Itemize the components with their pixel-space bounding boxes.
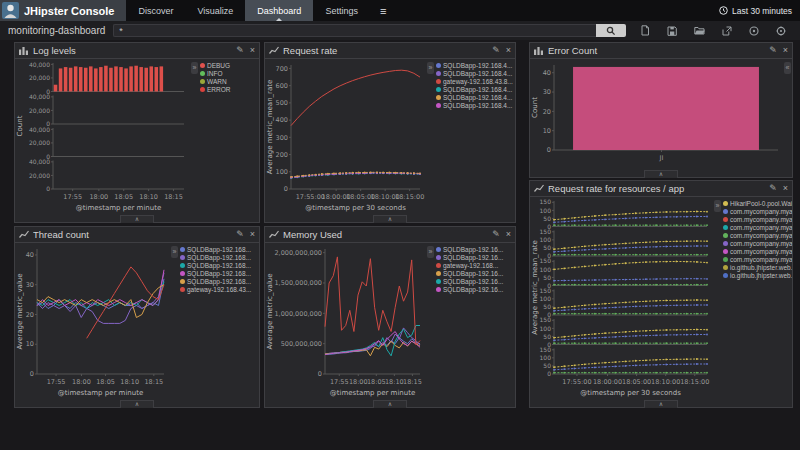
brand[interactable]: JHipster Console <box>0 0 126 21</box>
legend-item[interactable]: DEBUG <box>200 62 258 69</box>
legend-toggle-icon[interactable]: » <box>191 62 198 74</box>
gear-icon[interactable] <box>776 26 786 36</box>
panel-header: Request rate ✎ × <box>265 43 515 59</box>
legend-toggle-icon[interactable]: » <box>427 246 434 258</box>
bar-chart-icon <box>19 46 29 55</box>
close-icon[interactable]: × <box>783 43 788 58</box>
close-icon[interactable]: × <box>250 227 255 242</box>
legend-item[interactable]: SQLDBapp-192.168.4... <box>436 62 514 69</box>
panel-collapse-button[interactable]: ∧ <box>120 400 154 408</box>
request-rate-resources-chart[interactable]: Average metric_mean_rate@timestamp per 3… <box>530 197 713 398</box>
legend-toggle-icon[interactable]: » <box>714 200 721 212</box>
legend-item[interactable]: SQLDBapp-192.168... <box>180 270 258 277</box>
toolbar-icons <box>634 25 792 36</box>
menu-icon[interactable]: ≡ <box>370 0 396 21</box>
legend-item[interactable]: SQLDBapp-192.168.4... <box>436 86 514 93</box>
panel-collapse-button[interactable]: ∧ <box>120 215 154 223</box>
edit-icon[interactable]: ✎ <box>236 227 244 242</box>
legend-item[interactable]: SQLDBapp-192.168... <box>180 262 258 269</box>
panel-title[interactable]: Request rate <box>283 45 488 56</box>
edit-icon[interactable]: ✎ <box>769 43 777 58</box>
legend-label: SQLDBapp-192.168.4... <box>443 62 512 69</box>
nav-item-discover[interactable]: Discover <box>126 0 185 21</box>
nav-item-settings[interactable]: Settings <box>313 0 370 21</box>
legend-item[interactable]: SQLDBapp-192.16... <box>436 254 514 261</box>
search-input[interactable] <box>113 24 596 37</box>
legend-item[interactable]: com.mycompany.myap... <box>723 248 791 255</box>
svg-text:30: 30 <box>26 281 34 289</box>
svg-text:Count: Count <box>16 115 24 136</box>
legend-item[interactable]: HikariPool-0.pool.Wait <box>723 200 791 207</box>
panel-collapse-button[interactable]: ∧ <box>644 400 678 408</box>
legend-item[interactable]: com.mycompany.myap... <box>723 216 791 223</box>
legend-toggle-icon[interactable]: » <box>427 62 434 74</box>
panel-memory-used: Memory Used ✎ × Average metric_value@tim… <box>264 226 516 408</box>
clock-icon[interactable] <box>749 26 759 36</box>
legend-item[interactable]: com.mycompany.myap... <box>723 240 791 247</box>
legend-item[interactable]: com.mycompany.myap... <box>723 256 791 263</box>
legend-item[interactable]: SQLDBapp-192.16... <box>436 286 514 293</box>
panel-title[interactable]: Memory Used <box>283 229 488 240</box>
edit-icon[interactable]: ✎ <box>236 43 244 58</box>
open-icon[interactable] <box>694 26 705 35</box>
legend-item[interactable]: SQLDBapp-192.16... <box>436 278 514 285</box>
legend-item[interactable]: com.mycompany.myap... <box>723 208 791 215</box>
legend-toggle-icon[interactable]: « <box>784 62 791 74</box>
request-rate-legend: » SQLDBapp-192.168.4...SQLDBapp-192.168.… <box>426 59 515 213</box>
close-icon[interactable]: × <box>250 43 255 58</box>
share-icon[interactable] <box>722 26 732 36</box>
legend-item[interactable]: SQLDBapp-192.16... <box>436 246 514 253</box>
save-icon[interactable] <box>667 26 677 36</box>
legend-item[interactable]: SQLDBapp-192.168.4... <box>436 102 514 109</box>
legend-item[interactable]: com.mycompany.myap... <box>723 224 791 231</box>
nav-item-dashboard[interactable]: Dashboard <box>245 0 313 21</box>
nav-item-visualize[interactable]: Visualize <box>185 0 245 21</box>
panel-title[interactable]: Request rate for resources / app <box>548 183 765 194</box>
legend-item[interactable]: gateway-192.168.43... <box>180 286 258 293</box>
close-icon[interactable]: × <box>506 43 511 58</box>
legend-item[interactable]: io.github.jhipster.web.r... <box>723 272 791 279</box>
edit-icon[interactable]: ✎ <box>492 227 500 242</box>
request-rate-chart[interactable]: Average metric_mean_rate@timestamp per 3… <box>265 59 426 213</box>
memory-used-legend: » SQLDBapp-192.16...SQLDBapp-192.16...ga… <box>426 243 515 398</box>
legend-label: gateway-192.168... <box>443 262 498 269</box>
svg-text:0: 0 <box>547 146 551 154</box>
legend-item[interactable]: gateway-192.168.43.8... <box>436 78 514 85</box>
legend-toggle-icon[interactable]: » <box>171 246 178 258</box>
legend-item[interactable]: SQLDBapp-192.16... <box>436 270 514 277</box>
panel-title[interactable]: Log levels <box>33 45 232 56</box>
panel-collapse-button[interactable]: ∧ <box>373 215 407 223</box>
close-icon[interactable]: × <box>506 227 511 242</box>
edit-icon[interactable]: ✎ <box>492 43 500 58</box>
legend-item[interactable]: SQLDBapp-192.168... <box>180 246 258 253</box>
memory-used-chart[interactable]: Average metric_value@timestamp per minut… <box>265 243 426 398</box>
panel-collapse-button[interactable]: ∧ <box>644 170 678 178</box>
new-icon[interactable] <box>640 25 650 36</box>
legend-label: SQLDBapp-192.168... <box>187 270 251 277</box>
legend-color-dot <box>200 71 205 76</box>
legend-color-dot <box>200 63 205 68</box>
thread-count-chart[interactable]: Average metric_value@timestamp per minut… <box>15 243 170 398</box>
legend-item[interactable]: SQLDBapp-192.168... <box>180 254 258 261</box>
legend-item[interactable]: SQLDBapp-192.168.4... <box>436 94 514 101</box>
legend-item[interactable]: WARN <box>200 78 258 85</box>
svg-text:17:55:00: 17:55:00 <box>562 378 591 386</box>
legend-label: io.github.jhipster.web.r... <box>730 264 792 271</box>
legend-label: HikariPool-0.pool.Wait <box>730 200 792 207</box>
legend-item[interactable]: SQLDBapp-192.168... <box>180 278 258 285</box>
log-levels-chart[interactable]: Count@timestamp per minute020,00040,0000… <box>15 59 190 213</box>
legend-item[interactable]: SQLDBapp-192.168.4... <box>436 70 514 77</box>
legend-item[interactable]: ERROR <box>200 86 258 93</box>
panel-title[interactable]: Error Count <box>548 45 765 56</box>
panel-collapse-button[interactable]: ∧ <box>373 400 407 408</box>
legend-item[interactable]: io.github.jhipster.web.r... <box>723 264 791 271</box>
legend-item[interactable]: gateway-192.168... <box>436 262 514 269</box>
search-button[interactable] <box>596 24 626 37</box>
legend-item[interactable]: com.mycompany.myap... <box>723 232 791 239</box>
close-icon[interactable]: × <box>783 181 788 196</box>
error-count-chart[interactable]: Count010203040JI <box>530 59 792 168</box>
time-picker[interactable]: Last 30 minutes <box>719 0 800 21</box>
legend-item[interactable]: INFO <box>200 70 258 77</box>
edit-icon[interactable]: ✎ <box>769 181 777 196</box>
panel-title[interactable]: Thread count <box>33 229 232 240</box>
